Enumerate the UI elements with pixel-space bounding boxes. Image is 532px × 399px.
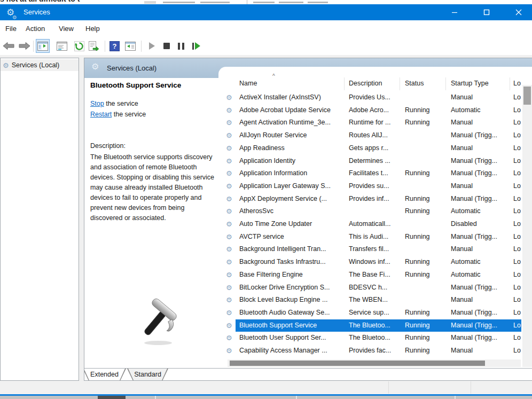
- tree-item-label: Services (Local): [12, 61, 60, 69]
- service-gear-icon: ⚙: [226, 271, 232, 278]
- cell-log-on-as: Lo: [513, 269, 523, 281]
- table-row[interactable]: ⚙ Application Information Facilitates t.…: [218, 167, 521, 180]
- cell-description: Windows inf...: [349, 256, 402, 269]
- vertical-scrollbar-thumb[interactable]: [523, 87, 531, 105]
- table-row[interactable]: ⚙ Auto Time Zone Updater Automaticall...…: [218, 218, 521, 231]
- table-row[interactable]: ⚙ Application Layer Gateway S... Provide…: [218, 180, 521, 193]
- restart-service-button[interactable]: [190, 40, 202, 52]
- start-service-button[interactable]: [145, 40, 158, 52]
- properties-button[interactable]: [56, 40, 68, 52]
- cell-startup-type: Manual: [451, 345, 511, 357]
- table-row[interactable]: ⚙ AtherosSvc Running Automatic Lo: [218, 205, 521, 218]
- cell-startup-type: Manual (Trigg...: [451, 129, 511, 142]
- table-row[interactable]: ⚙ AVCTP service This is Audi... Running …: [218, 231, 521, 244]
- menu-view[interactable]: View: [59, 20, 74, 37]
- table-row[interactable]: ⚙ ActiveX Installer (AxInstSV) Provides …: [218, 91, 521, 104]
- services-pane: ⚙ Services (Local) Bluetooth Support Ser…: [84, 58, 532, 381]
- background-text-fragment: s not at all difficult to t: [0, 0, 80, 3]
- menu-help[interactable]: Help: [85, 20, 100, 37]
- cell-log-on-as: Lo: [513, 129, 523, 142]
- restart-service-link[interactable]: Restart: [90, 111, 112, 118]
- table-row[interactable]: ⚙ Bluetooth Support Service The Bluetoo.…: [218, 319, 521, 332]
- refresh-button[interactable]: [73, 40, 85, 52]
- forward-arrow-icon: [19, 42, 30, 50]
- cell-status: [405, 218, 449, 231]
- vertical-scrollbar[interactable]: [522, 85, 532, 367]
- tab-extended[interactable]: Extended: [84, 369, 126, 381]
- service-gear-icon: ⚙: [226, 334, 232, 341]
- cell-startup-type: Manual: [451, 243, 511, 256]
- cell-startup-type: Disabled: [451, 218, 511, 231]
- services-gear-icon: ⚙: [3, 62, 9, 69]
- maximize-button[interactable]: [474, 4, 499, 20]
- horizontal-scrollbar-thumb[interactable]: [230, 361, 485, 366]
- cell-name: Capability Access Manager ...: [239, 345, 347, 357]
- service-gear-icon: ⚙: [226, 94, 232, 101]
- tree-item-services-local[interactable]: ⚙ Services (Local): [1, 59, 79, 71]
- cell-status: [405, 243, 449, 256]
- table-row[interactable]: ⚙ AppX Deployment Service (... Provides …: [218, 193, 521, 206]
- sort-ascending-icon: ^: [272, 73, 275, 79]
- table-row[interactable]: ⚙ Base Filtering Engine The Base Fi... R…: [218, 269, 521, 281]
- table-row[interactable]: ⚙ Bluetooth User Support Ser... The Blue…: [218, 332, 521, 345]
- description-text: The Bluetooth service supports discovery…: [90, 152, 216, 223]
- back-arrow-icon: [3, 42, 14, 50]
- window-title: Services: [24, 4, 50, 20]
- cell-description: Provides fac...: [349, 345, 402, 357]
- menu-action[interactable]: Action: [26, 20, 45, 37]
- cell-description: The Bluetoo...: [349, 319, 402, 332]
- cell-description: The Bluetoo...: [349, 332, 402, 345]
- column-header-name[interactable]: Name: [239, 80, 257, 87]
- cell-status: Running: [405, 116, 449, 129]
- cell-name: BitLocker Drive Encryption S...: [239, 281, 347, 294]
- cell-status: Running: [405, 269, 449, 281]
- cell-description: BDESVC h...: [349, 281, 402, 294]
- show-action-pane-button[interactable]: [124, 40, 137, 52]
- services-table: ⚙ ActiveX Installer (AxInstSV) Provides …: [218, 91, 521, 357]
- table-row[interactable]: ⚙ Capability Access Manager ... Provides…: [218, 345, 521, 357]
- cell-log-on-as: Lo: [513, 142, 523, 155]
- table-row[interactable]: ⚙ App Readiness Gets apps r... Manual Lo: [218, 142, 521, 155]
- cell-startup-type: Manual: [451, 180, 511, 193]
- cell-log-on-as: Lo: [513, 104, 523, 117]
- table-row[interactable]: ⚙ Adobe Acrobat Update Service Adobe Acr…: [218, 104, 521, 117]
- help-button[interactable]: ?: [108, 40, 121, 52]
- cell-description: The WBEN...: [349, 294, 402, 307]
- column-header-status[interactable]: Status: [405, 80, 424, 87]
- cell-name: Background Tasks Infrastru...: [239, 256, 347, 269]
- table-row[interactable]: ⚙ BitLocker Drive Encryption S... BDESVC…: [218, 281, 521, 294]
- svg-text:?: ?: [112, 42, 116, 50]
- cell-status: [405, 294, 449, 307]
- minimize-button[interactable]: [442, 4, 467, 20]
- forward-button[interactable]: [18, 40, 31, 52]
- pause-service-button[interactable]: [175, 40, 187, 52]
- cell-name: Bluetooth Audio Gateway Se...: [239, 307, 347, 319]
- service-gear-icon: ⚙: [226, 246, 232, 253]
- cell-status: [405, 129, 449, 142]
- table-row[interactable]: ⚙ AllJoyn Router Service Routes AllJ... …: [218, 129, 521, 142]
- tab-standard[interactable]: Standard: [127, 369, 168, 381]
- column-header-startup-type[interactable]: Startup Type: [451, 80, 489, 87]
- table-row[interactable]: ⚙ Block Level Backup Engine ... The WBEN…: [218, 294, 521, 307]
- cell-log-on-as: Lo: [513, 91, 523, 104]
- stop-service-link[interactable]: Stop: [90, 100, 104, 107]
- table-row[interactable]: ⚙ Application Identity Determines ... Ma…: [218, 155, 521, 168]
- export-list-button[interactable]: [88, 40, 100, 52]
- table-row[interactable]: ⚙ Background Intelligent Tran... Transfe…: [218, 243, 521, 256]
- column-header-description[interactable]: Description: [349, 80, 382, 87]
- cell-log-on-as: Lo: [513, 116, 523, 129]
- stop-service-button[interactable]: [160, 40, 173, 52]
- cell-status: Running: [405, 332, 449, 345]
- menu-file[interactable]: File: [5, 20, 17, 37]
- back-button[interactable]: [2, 40, 15, 52]
- table-row[interactable]: ⚙ Background Tasks Infrastru... Windows …: [218, 256, 521, 269]
- close-button[interactable]: [506, 4, 531, 20]
- column-header-log-on-as[interactable]: Lo: [513, 80, 521, 87]
- table-row[interactable]: ⚙ Bluetooth Audio Gateway Se... Service …: [218, 307, 521, 319]
- table-row[interactable]: ⚙ Agent Activation Runtime_3e... Runtime…: [218, 116, 521, 129]
- hammer-cursor-image: [136, 296, 187, 347]
- horizontal-scrollbar[interactable]: [228, 359, 521, 367]
- cell-name: Block Level Backup Engine ...: [239, 294, 347, 307]
- pause-icon: [178, 43, 184, 50]
- show-console-tree-button[interactable]: [36, 39, 50, 53]
